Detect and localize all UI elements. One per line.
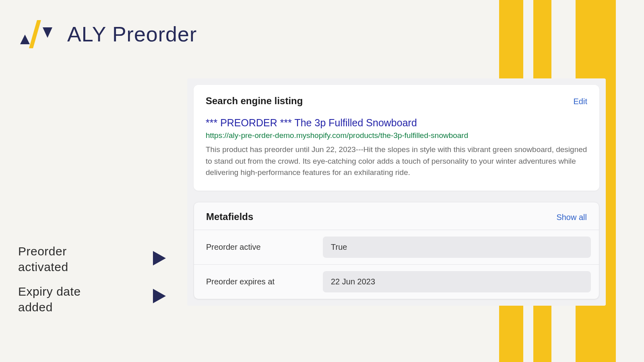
metafield-row: Preorder expires at 22 Jun 2023: [194, 264, 599, 299]
svg-marker-1: [29, 20, 41, 48]
card-title: Search engine listing: [206, 95, 303, 107]
svg-marker-0: [20, 35, 30, 44]
card-header: Metafields Show all: [194, 202, 599, 230]
metafield-value[interactable]: True: [323, 237, 591, 258]
seo-url: https://aly-pre-order-demo.myshopify.com…: [206, 131, 587, 140]
metafields-card: Metafields Show all Preorder active True…: [194, 202, 599, 299]
app-title: ALY Preorder: [67, 22, 197, 46]
metafield-label: Preorder active: [202, 243, 323, 252]
seo-title: *** PREORDER *** The 3p Fulfilled Snowbo…: [206, 117, 587, 129]
arrow-icon: [153, 289, 166, 303]
app-logo-icon: [20, 20, 58, 48]
seo-description: This product has preorder until Jun 22, …: [206, 144, 587, 179]
main-panel: Search engine listing Edit *** PREORDER …: [187, 78, 606, 306]
arrow-icon: [153, 251, 166, 265]
caption-expiry-added: Expiry date added: [18, 284, 81, 315]
caption-preorder-activated: Preorder activated: [18, 243, 68, 275]
show-all-link[interactable]: Show all: [556, 213, 587, 222]
search-engine-listing-card: Search engine listing Edit *** PREORDER …: [194, 85, 599, 191]
card-title: Metafields: [206, 211, 253, 222]
edit-link[interactable]: Edit: [574, 97, 587, 106]
svg-marker-2: [43, 27, 52, 38]
metafield-row: Preorder active True: [194, 230, 599, 264]
app-header: ALY Preorder: [20, 20, 197, 48]
card-header: Search engine listing Edit: [206, 95, 587, 107]
metafield-label: Preorder expires at: [202, 277, 323, 286]
metafield-value[interactable]: 22 Jun 2023: [323, 271, 591, 292]
